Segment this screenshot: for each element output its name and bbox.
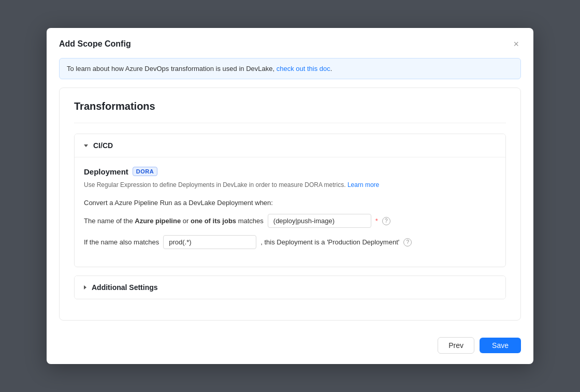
pipeline-bold1: Azure pipeline	[135, 217, 181, 225]
deployment-label: Deployment	[84, 167, 128, 176]
modal-body: Transformations CI/CD Deployment DORA Us…	[47, 88, 533, 329]
learn-more-link[interactable]: Learn more	[347, 181, 379, 188]
info-banner: To learn about how Azure DevOps transfor…	[59, 58, 521, 80]
pipeline-label-after: matches	[236, 217, 264, 225]
production-regex-input[interactable]	[163, 235, 256, 249]
deployment-header: Deployment DORA	[84, 167, 496, 176]
cicd-section-header[interactable]: CI/CD	[75, 134, 505, 157]
pipeline-label-before: The name of the Azure pipeline or one of…	[84, 217, 264, 225]
modal-title: Add Scope Config	[59, 39, 131, 49]
modal-footer: Prev Save	[47, 329, 533, 364]
pipeline-bold2: one of its jobs	[191, 217, 236, 225]
transformations-title: Transformations	[74, 100, 506, 112]
save-button[interactable]: Save	[480, 338, 521, 353]
deployment-description: Use Regular Expression to define Deploym…	[84, 180, 496, 190]
close-button[interactable]: ×	[511, 38, 521, 50]
production-label-before: If the name also matches	[84, 238, 159, 246]
production-label-after: , this Deployment is a 'Production Deplo…	[260, 238, 399, 246]
desc-text-before: Use Regular Expression to define Deploym…	[84, 181, 347, 188]
additional-settings-label: Additional Settings	[92, 283, 158, 292]
production-help-icon[interactable]: ?	[403, 238, 412, 246]
prev-button[interactable]: Prev	[438, 337, 474, 354]
required-star: *	[375, 217, 378, 225]
cicd-section: CI/CD Deployment DORA Use Regular Expres…	[74, 134, 506, 267]
pipeline-help-icon[interactable]: ?	[382, 217, 390, 225]
pipeline-regex-input[interactable]	[268, 214, 371, 228]
production-field-row: If the name also matches , this Deployme…	[84, 235, 496, 249]
additional-settings-header[interactable]: Additional Settings	[75, 276, 505, 299]
divider	[74, 123, 506, 123]
pipeline-field-row: The name of the Azure pipeline or one of…	[84, 214, 496, 228]
additional-settings-chevron-right-icon	[84, 285, 86, 289]
modal-header: Add Scope Config ×	[47, 28, 533, 58]
transformations-card: Transformations CI/CD Deployment DORA Us…	[59, 88, 521, 321]
cicd-section-body: Deployment DORA Use Regular Expression t…	[75, 157, 505, 267]
cicd-chevron-down-icon	[84, 144, 88, 147]
info-text-after: .	[330, 65, 332, 72]
info-link[interactable]: check out this doc	[277, 65, 330, 72]
cicd-section-label: CI/CD	[93, 141, 113, 150]
modal: Add Scope Config × To learn about how Az…	[47, 28, 533, 365]
convert-text: Convert a Azure Pipeline Run as a DevLak…	[84, 199, 496, 207]
additional-settings-section: Additional Settings	[74, 275, 506, 299]
info-text-before: To learn about how Azure DevOps transfor…	[67, 65, 277, 72]
dora-badge: DORA	[133, 167, 157, 176]
